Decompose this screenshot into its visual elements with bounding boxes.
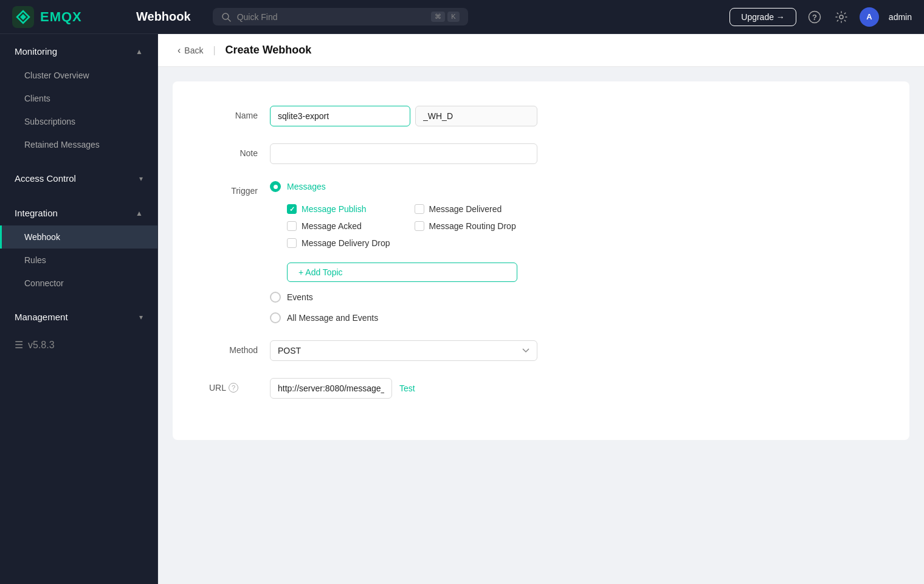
- sidebar-item-retained-messages[interactable]: Retained Messages: [0, 133, 157, 156]
- svg-line-2: [228, 19, 230, 21]
- message-acked-checkbox[interactable]: [287, 221, 297, 231]
- sidebar-section-monitoring: Monitoring ▲ Cluster Overview Clients Su…: [0, 34, 157, 161]
- method-label: Method: [209, 340, 258, 355]
- page-title: Create Webhook: [226, 44, 312, 57]
- avatar[interactable]: A: [860, 7, 879, 27]
- url-help-icon[interactable]: ?: [229, 383, 238, 393]
- trigger-label: Trigger: [209, 181, 258, 196]
- sidebar-header-access-control[interactable]: Access Control ▾: [0, 166, 157, 191]
- form-row-name: Name: [209, 106, 873, 126]
- message-delivered-checkbox[interactable]: [415, 204, 424, 214]
- form-row-url: URL ? Test: [209, 378, 873, 399]
- app-title: Webhook: [136, 10, 191, 24]
- search-placeholder: Quick Find: [237, 12, 426, 22]
- form-row-note: Note: [209, 143, 873, 164]
- page-header: ‹ Back | Create Webhook: [158, 34, 924, 67]
- topbar: EMQX Webhook Quick Find ⌘ K Upgrade → ? …: [0, 0, 924, 34]
- back-button[interactable]: ‹ Back: [178, 45, 203, 56]
- sidebar-item-webhook[interactable]: Webhook: [0, 225, 157, 249]
- sidebar-version: v5.8.3: [28, 340, 55, 351]
- emqx-logo-icon: [12, 6, 34, 28]
- main-layout: Monitoring ▲ Cluster Overview Clients Su…: [0, 34, 924, 584]
- upgrade-button[interactable]: Upgrade →: [729, 8, 796, 26]
- name-input[interactable]: [270, 106, 410, 126]
- sidebar-section-access-control: Access Control ▾: [0, 161, 157, 196]
- sidebar-bottom[interactable]: ☰ v5.8.3: [0, 334, 157, 356]
- all-radio[interactable]: [270, 312, 281, 323]
- message-routing-drop-label: Message Routing Drop: [429, 221, 516, 231]
- svg-text:?: ?: [812, 13, 817, 22]
- sidebar: Monitoring ▲ Cluster Overview Clients Su…: [0, 34, 158, 584]
- cmd-key: ⌘: [431, 12, 445, 22]
- messages-label: Messages: [287, 182, 326, 191]
- checkbox-message-routing-drop[interactable]: Message Routing Drop: [415, 221, 518, 231]
- add-topic-button[interactable]: + Add Topic: [287, 263, 517, 282]
- checkbox-message-delivery-drop[interactable]: Message Delivery Drop: [287, 238, 390, 248]
- collapse-icon: ☰: [15, 339, 23, 351]
- sidebar-section-label: Monitoring: [15, 46, 57, 57]
- trigger-options: Messages ✓ Message Publish Message Del: [270, 181, 517, 323]
- message-routing-drop-checkbox[interactable]: [415, 221, 424, 231]
- sidebar-header-monitoring[interactable]: Monitoring ▲: [0, 39, 157, 64]
- topbar-right: Upgrade → ? A admin: [729, 7, 912, 27]
- checkbox-message-acked[interactable]: Message Acked: [287, 221, 390, 231]
- name-label: Name: [209, 106, 258, 120]
- sidebar-section-label: Integration: [15, 208, 58, 218]
- message-publish-checkbox[interactable]: ✓: [287, 204, 297, 214]
- form-row-trigger: Trigger Messages ✓ Message Publish: [209, 181, 873, 323]
- svg-point-5: [840, 15, 843, 19]
- search-bar[interactable]: Quick Find ⌘ K: [213, 8, 468, 26]
- message-acked-label: Message Acked: [302, 221, 362, 231]
- name-suffix-input[interactable]: [415, 106, 537, 126]
- chevron-down-icon: ▾: [139, 313, 143, 321]
- chevron-up-icon: ▲: [136, 209, 143, 218]
- chevron-up-icon: ▲: [136, 47, 143, 56]
- sidebar-item-clients[interactable]: Clients: [0, 87, 157, 110]
- message-delivery-drop-label: Message Delivery Drop: [302, 238, 390, 248]
- k-key: K: [447, 12, 459, 22]
- message-checkboxes: ✓ Message Publish Message Delivered Mess…: [287, 204, 517, 248]
- sidebar-header-integration[interactable]: Integration ▲: [0, 201, 157, 225]
- help-icon[interactable]: ?: [806, 9, 823, 26]
- checkbox-message-delivered[interactable]: Message Delivered: [415, 204, 518, 214]
- back-label: Back: [184, 46, 203, 55]
- sidebar-section-management: Management ▾: [0, 300, 157, 334]
- message-delivery-drop-checkbox[interactable]: [287, 238, 297, 248]
- content-area: ‹ Back | Create Webhook Name Note: [158, 34, 924, 584]
- message-delivered-label: Message Delivered: [429, 204, 502, 214]
- note-label: Note: [209, 143, 258, 158]
- trigger-all-option[interactable]: All Message and Events: [270, 312, 517, 323]
- search-icon: [221, 12, 231, 22]
- events-label: Events: [287, 292, 313, 302]
- sidebar-header-management[interactable]: Management ▾: [0, 304, 157, 329]
- back-arrow-icon: ‹: [178, 45, 181, 56]
- sidebar-item-rules[interactable]: Rules: [0, 249, 157, 272]
- sidebar-item-connector[interactable]: Connector: [0, 272, 157, 295]
- form-row-method: Method POST GET PUT DELETE: [209, 340, 873, 361]
- sidebar-item-subscriptions[interactable]: Subscriptions: [0, 110, 157, 133]
- name-input-group: [270, 106, 537, 126]
- check-mark: ✓: [289, 205, 295, 213]
- sidebar-item-cluster-overview[interactable]: Cluster Overview: [0, 64, 157, 87]
- checkbox-message-publish[interactable]: ✓ Message Publish: [287, 204, 390, 214]
- trigger-events-option[interactable]: Events: [270, 292, 517, 303]
- method-select[interactable]: POST GET PUT DELETE: [270, 340, 537, 361]
- search-shortcut: ⌘ K: [431, 12, 459, 22]
- note-input[interactable]: [270, 143, 537, 164]
- sidebar-section-label: Management: [15, 312, 68, 322]
- settings-icon[interactable]: [833, 9, 850, 26]
- message-publish-label: Message Publish: [302, 204, 367, 214]
- messages-radio[interactable]: [270, 181, 281, 192]
- chevron-down-icon: ▾: [139, 174, 143, 183]
- separator: |: [213, 45, 215, 56]
- logo-text: EMQX: [40, 9, 82, 25]
- all-label: All Message and Events: [287, 313, 378, 323]
- events-radio[interactable]: [270, 292, 281, 303]
- admin-label: admin: [889, 12, 912, 22]
- trigger-messages-option[interactable]: Messages: [270, 181, 517, 192]
- url-input-group: Test: [270, 378, 415, 399]
- url-input[interactable]: [270, 378, 392, 399]
- sidebar-section-integration: Integration ▲ Webhook Rules Connector: [0, 196, 157, 300]
- sidebar-section-label: Access Control: [15, 173, 76, 184]
- test-button[interactable]: Test: [399, 383, 415, 393]
